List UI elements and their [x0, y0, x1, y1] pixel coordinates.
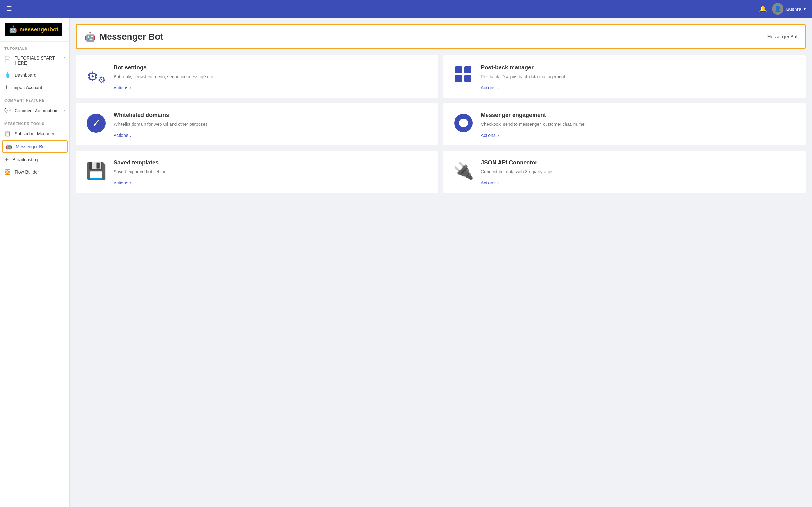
chevron-down-icon: ▾: [804, 7, 806, 11]
chevron-right-icon: ›: [130, 133, 132, 138]
comment-icon: 💬: [4, 107, 11, 113]
header: ☰ 🔔 👤 Bushra ▾: [0, 0, 812, 18]
card-desc: Connect bot data with 3rd party apps: [481, 169, 797, 175]
page-title-area: 🤖 Messenger Bot: [85, 32, 163, 42]
user-name: Bushra: [786, 6, 801, 12]
page-title: Messenger Bot: [100, 32, 163, 42]
page-title-icon: 🤖: [85, 32, 96, 42]
card-title: Saved templates: [113, 159, 429, 166]
gears-icon: ⚙ ⚙: [87, 66, 106, 85]
flow-icon: 🔀: [4, 169, 11, 175]
sidebar-item-broadcasting[interactable]: ✈ Broadcasting: [0, 153, 69, 166]
chevron-right-icon: ›: [497, 85, 499, 90]
card-icon-saved-templates: 💾: [85, 159, 107, 181]
card-content-bot-settings: Bot settings Bot reply, persistent menu,…: [113, 64, 429, 90]
chevron-right-icon: ›: [64, 108, 65, 113]
document-icon: 📄: [4, 56, 11, 62]
card-desc: Bot reply, persistent menu, sequence mes…: [113, 73, 429, 80]
avatar: 👤: [772, 3, 783, 14]
logo-text-accent: bot: [49, 26, 58, 33]
card-bot-settings: ⚙ ⚙ Bot settings Bot reply, persistent m…: [76, 55, 438, 98]
card-title: Whitelisted domains: [113, 112, 429, 118]
layout: 🤖 messengerbot TUTORIALS 📄 TUTORIALS STA…: [0, 18, 812, 507]
card-content-postback: Post-back manager Postback ID & postback…: [481, 64, 797, 90]
breadcrumb: Messenger Bot: [767, 34, 797, 39]
card-icon-whitelist: ✓: [85, 112, 107, 133]
saved-templates-actions-button[interactable]: Actions ›: [113, 180, 429, 185]
sidebar-item-flow-builder[interactable]: 🔀 Flow Builder: [0, 166, 69, 178]
sidebar-item-messenger-bot[interactable]: 🤖 Messenger Bot: [2, 140, 67, 153]
notification-icon[interactable]: 🔔: [759, 5, 767, 13]
grid-icon: [455, 66, 472, 82]
subscriber-icon: 📋: [4, 130, 11, 136]
card-content-whitelist: Whitelisted domains Whitelist domain for…: [113, 112, 429, 138]
card-title: Messenger engagement: [481, 112, 797, 118]
json-api-actions-button[interactable]: Actions ›: [481, 180, 797, 185]
sidebar-item-label: Flow Builder: [14, 170, 65, 175]
card-postback-manager: Post-back manager Postback ID & postback…: [444, 55, 806, 98]
checkmark-icon: ✓: [87, 114, 106, 133]
import-icon: ⬇: [4, 84, 9, 90]
card-whitelisted-domains: ✓ Whitelisted domains Whitelist domain f…: [76, 103, 438, 146]
bot-icon: 🤖: [6, 144, 12, 150]
whitelist-actions-button[interactable]: Actions ›: [113, 133, 429, 138]
card-title: Bot settings: [113, 64, 429, 71]
sidebar-item-label: Comment Automation: [14, 108, 60, 113]
section-label-comment: COMMENT FEATURE: [0, 94, 69, 104]
chevron-right-icon: ›: [64, 55, 65, 60]
cards-grid: ⚙ ⚙ Bot settings Bot reply, persistent m…: [76, 55, 806, 193]
section-label-tutorials: TUTORIALS: [0, 42, 69, 52]
card-title: Post-back manager: [481, 64, 797, 71]
card-json-api-connector: 🔌 JSON API Connector Connect bot data wi…: [444, 151, 806, 193]
logo-text-main: messenger: [19, 26, 49, 33]
sidebar-item-label: TUTORIALS START HERE: [14, 55, 60, 66]
hamburger-menu[interactable]: ☰: [6, 5, 12, 13]
chevron-right-icon: ›: [497, 133, 499, 138]
main-content: 🤖 Messenger Bot Messenger Bot ⚙ ⚙ Bot se…: [70, 18, 812, 507]
card-desc: Postback ID & postback data management: [481, 73, 797, 80]
sidebar-item-import-account[interactable]: ⬇ Import Account: [0, 81, 69, 94]
logo-text: messengerbot: [19, 26, 58, 33]
card-content-saved-templates: Saved templates Saved exported bot setti…: [113, 159, 429, 185]
card-desc: Checkbox, send to messenger, customer ch…: [481, 121, 797, 128]
section-label-messenger-tools: MESSENGER TOOLS: [0, 117, 69, 127]
header-left: ☰: [6, 5, 12, 13]
broadcast-icon: ✈: [4, 157, 9, 163]
sidebar-item-comment-automation[interactable]: 💬 Comment Automation ›: [0, 104, 69, 117]
postback-actions-button[interactable]: Actions ›: [481, 85, 797, 90]
sidebar-item-label: Dashboard: [14, 72, 65, 78]
page-header-card: 🤖 Messenger Bot Messenger Bot: [76, 24, 806, 49]
sidebar-item-tutorials-start[interactable]: 📄 TUTORIALS START HERE ›: [0, 52, 69, 69]
card-messenger-engagement: Messenger engagement Checkbox, send to m…: [444, 103, 806, 146]
card-saved-templates: 💾 Saved templates Saved exported bot set…: [76, 151, 438, 193]
header-right: 🔔 👤 Bushra ▾: [759, 3, 806, 14]
ring-icon: [454, 114, 473, 132]
chevron-right-icon: ›: [130, 180, 132, 185]
sidebar-item-label: Messenger Bot: [16, 144, 64, 149]
card-icon-bot-settings: ⚙ ⚙: [85, 64, 107, 85]
sidebar-item-label: Broadcasting: [12, 157, 65, 162]
sidebar-item-subscriber-manager[interactable]: 📋 Subscriber Manager: [0, 127, 69, 140]
dashboard-icon: 💧: [4, 72, 11, 78]
chevron-right-icon: ›: [130, 85, 132, 90]
card-title: JSON API Connector: [481, 159, 797, 166]
logo: 🤖 messengerbot: [0, 18, 69, 42]
sidebar-item-dashboard[interactable]: 💧 Dashboard: [0, 69, 69, 81]
sidebar-item-label: Import Account: [12, 85, 65, 90]
sidebar-item-label: Subscriber Manager: [14, 131, 65, 136]
card-desc: Whitelist domain for web url and other p…: [113, 121, 429, 128]
card-content-json-api: JSON API Connector Connect bot data with…: [481, 159, 797, 185]
save-icon: 💾: [86, 161, 107, 181]
card-icon-engagement: [452, 112, 474, 132]
plug-icon: 🔌: [453, 161, 474, 181]
card-icon-postback: [452, 64, 474, 82]
chevron-right-icon: ›: [497, 180, 499, 185]
bot-settings-actions-button[interactable]: Actions ›: [113, 85, 429, 90]
robot-logo-icon: 🤖: [9, 25, 17, 34]
logo-box: 🤖 messengerbot: [5, 23, 62, 36]
card-desc: Saved exported bot settings: [113, 169, 429, 175]
user-menu[interactable]: 👤 Bushra ▾: [772, 3, 806, 14]
sidebar: 🤖 messengerbot TUTORIALS 📄 TUTORIALS STA…: [0, 18, 70, 507]
card-content-engagement: Messenger engagement Checkbox, send to m…: [481, 112, 797, 138]
engagement-actions-button[interactable]: Actions ›: [481, 133, 797, 138]
